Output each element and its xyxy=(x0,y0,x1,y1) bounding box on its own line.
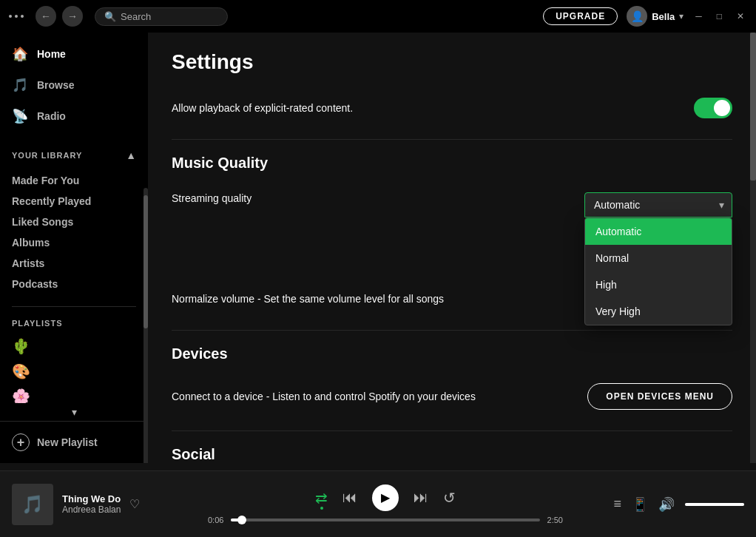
library-header: YOUR LIBRARY ▲ xyxy=(12,146,136,164)
library-title: YOUR LIBRARY xyxy=(12,151,82,160)
home-icon: 🏠 xyxy=(12,46,27,62)
divider xyxy=(172,330,732,331)
right-scrollbar-track xyxy=(750,33,756,463)
library-item-artists[interactable]: Artists xyxy=(12,253,136,274)
titlebar-right: UPGRADE 👤 Bella ▾ ─ □ ✕ xyxy=(543,6,747,27)
explicit-content-row: Allow playback of explicit-rated content… xyxy=(172,92,732,124)
album-art: 🎵 xyxy=(12,484,53,525)
sidebar-item-label: Browse xyxy=(37,79,75,91)
devices-title: Devices xyxy=(172,345,732,362)
repeat-button[interactable]: ↺ xyxy=(443,489,456,507)
track-artist: Andreea Balan xyxy=(62,504,121,515)
menu-dots[interactable] xyxy=(9,15,24,18)
volume-icon[interactable]: 🔊 xyxy=(658,496,675,513)
upgrade-button[interactable]: UPGRADE xyxy=(543,7,618,25)
library-items: Made For You Recently Played Liked Songs… xyxy=(12,170,136,294)
library-item-podcasts[interactable]: Podcasts xyxy=(12,274,136,294)
shuffle-active-dot xyxy=(320,507,323,510)
track-info: Thing We Do Andreea Balan xyxy=(62,493,121,515)
volume-fill xyxy=(685,503,744,506)
playlists-title: PLAYLISTS xyxy=(12,319,136,328)
maximize-button[interactable]: □ xyxy=(714,10,725,23)
titlebar-left: ← → 🔍 xyxy=(9,6,228,27)
sidebar-item-radio[interactable]: 📡 Radio xyxy=(0,101,148,132)
streaming-quality-label: Streaming quality xyxy=(172,192,252,204)
explicit-content-toggle[interactable] xyxy=(694,98,732,118)
quality-dropdown-panel: Automatic Normal High Very High xyxy=(584,217,732,325)
sidebar-library: YOUR LIBRARY ▲ Made For You Recently Pla… xyxy=(0,141,148,300)
nav-back-button[interactable]: ← xyxy=(36,6,56,27)
right-scrollbar-thumb[interactable] xyxy=(750,33,756,180)
play-button[interactable]: ▶ xyxy=(372,484,399,511)
new-playlist-button[interactable]: + New Playlist xyxy=(0,421,148,463)
progress-dot xyxy=(237,516,246,524)
divider xyxy=(172,430,732,431)
playlist-icon: 🌸 xyxy=(12,388,30,403)
minimize-button[interactable]: ─ xyxy=(692,10,705,23)
progress-row: 0:06 2:50 xyxy=(208,516,563,524)
plus-icon: + xyxy=(12,433,30,451)
open-devices-button[interactable]: OPEN DEVICES MENU xyxy=(587,383,732,410)
sidebar-divider xyxy=(12,306,136,307)
next-button[interactable]: ⏭ xyxy=(414,489,428,506)
devices-label: Connect to a device - Listen to and cont… xyxy=(172,391,476,402)
selected-quality: Automatic xyxy=(594,199,640,211)
total-time: 2:50 xyxy=(547,516,563,524)
quality-option-high[interactable]: High xyxy=(585,271,732,298)
user-area[interactable]: 👤 Bella ▾ xyxy=(627,6,684,27)
nav-forward-button[interactable]: → xyxy=(62,6,83,27)
streaming-quality-dropdown[interactable]: Automatic ▾ xyxy=(584,192,732,217)
sidebar-item-label: Radio xyxy=(37,110,66,122)
heart-icon[interactable]: ♡ xyxy=(129,497,140,511)
streaming-quality-dropdown-wrapper: Automatic ▾ Automatic Normal High Very H… xyxy=(584,192,732,217)
sidebar-item-browse[interactable]: 🎵 Browse xyxy=(0,70,148,101)
queue-icon[interactable]: ≡ xyxy=(613,496,621,512)
sidebar-scroll-indicator: ▾ xyxy=(0,403,148,421)
track-name: Thing We Do xyxy=(62,493,121,504)
library-item-albums[interactable]: Albums xyxy=(12,232,136,253)
player-bar: 🎵 Thing We Do Andreea Balan ♡ ⇄ ⏮ ▶ ⏭ ↺ … xyxy=(0,470,756,537)
sidebar-nav: 🏠 Home 🎵 Browse 📡 Radio xyxy=(0,33,148,138)
scroll-down-icon[interactable]: ▾ xyxy=(72,406,77,418)
new-playlist-label: New Playlist xyxy=(37,436,98,448)
library-item-recently-played[interactable]: Recently Played xyxy=(12,191,136,212)
previous-button[interactable]: ⏮ xyxy=(342,489,357,506)
sidebar: 🏠 Home 🎵 Browse 📡 Radio YOUR LIBRARY ▲ M… xyxy=(0,33,148,463)
quality-option-automatic[interactable]: Automatic xyxy=(585,218,732,245)
list-item[interactable]: 🌸 xyxy=(12,384,136,403)
content-area: Settings Allow playback of explicit-rate… xyxy=(148,33,756,463)
titlebar: ← → 🔍 UPGRADE 👤 Bella ▾ ─ □ ✕ xyxy=(0,0,756,33)
list-item[interactable]: 🌵 xyxy=(12,334,136,359)
search-icon: 🔍 xyxy=(104,11,116,22)
streaming-quality-row: Streaming quality Automatic ▾ Automatic … xyxy=(172,186,732,223)
user-name: Bella xyxy=(652,11,675,22)
player-left: 🎵 Thing We Do Andreea Balan ♡ xyxy=(12,484,204,525)
volume-bar[interactable] xyxy=(685,503,744,506)
music-quality-title: Music Quality xyxy=(172,155,732,172)
sidebar-item-home[interactable]: 🏠 Home xyxy=(0,38,148,70)
playlist-icon: 🎨 xyxy=(12,362,30,380)
close-button[interactable]: ✕ xyxy=(734,10,747,23)
player-right: ≡ 📱 🔊 xyxy=(567,496,744,513)
library-item-liked-songs[interactable]: Liked Songs xyxy=(12,212,136,232)
list-item[interactable]: 🎨 xyxy=(12,359,136,384)
library-collapse-icon[interactable]: ▲ xyxy=(126,149,136,161)
shuffle-button[interactable]: ⇄ xyxy=(315,489,328,507)
sidebar-item-label: Home xyxy=(37,48,66,60)
quality-option-very-high[interactable]: Very High xyxy=(585,298,732,325)
explicit-content-label: Allow playback of explicit-rated content… xyxy=(172,102,353,114)
playlist-icon: 🌵 xyxy=(12,337,30,355)
quality-option-normal[interactable]: Normal xyxy=(585,245,732,271)
page-title: Settings xyxy=(172,50,732,74)
dropdown-arrow-icon: ▾ xyxy=(719,199,724,211)
chevron-down-icon: ▾ xyxy=(679,11,684,21)
toggle-knob xyxy=(714,100,730,116)
window-controls: ─ □ ✕ xyxy=(692,10,747,23)
player-center: ⇄ ⏮ ▶ ⏭ ↺ 0:06 2:50 xyxy=(204,484,567,524)
search-input[interactable] xyxy=(121,11,217,22)
divider xyxy=(172,139,732,140)
progress-bar[interactable] xyxy=(231,519,539,521)
devices-icon[interactable]: 📱 xyxy=(632,496,648,513)
social-title: Social xyxy=(172,446,732,463)
library-item-made-for-you[interactable]: Made For You xyxy=(12,170,136,191)
